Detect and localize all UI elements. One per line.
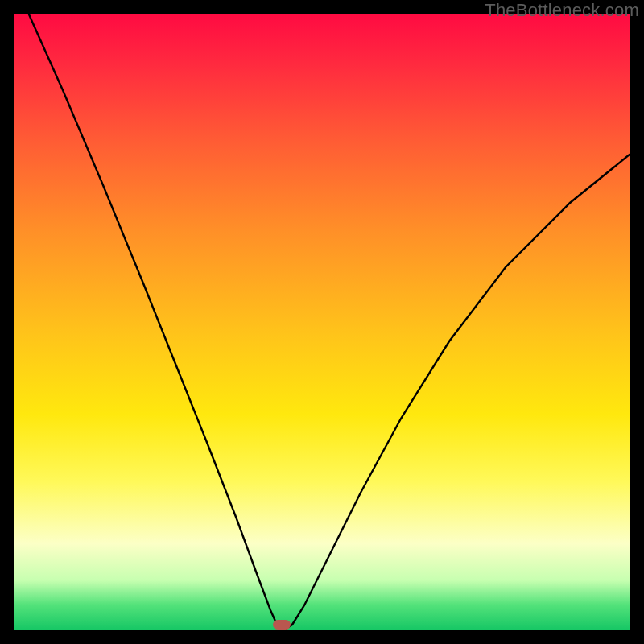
watermark-text: TheBottleneck.com [485,0,639,21]
optimal-point-marker [273,620,291,630]
curve-path [29,14,630,630]
bottleneck-curve [14,14,630,630]
plot-frame [14,14,630,630]
